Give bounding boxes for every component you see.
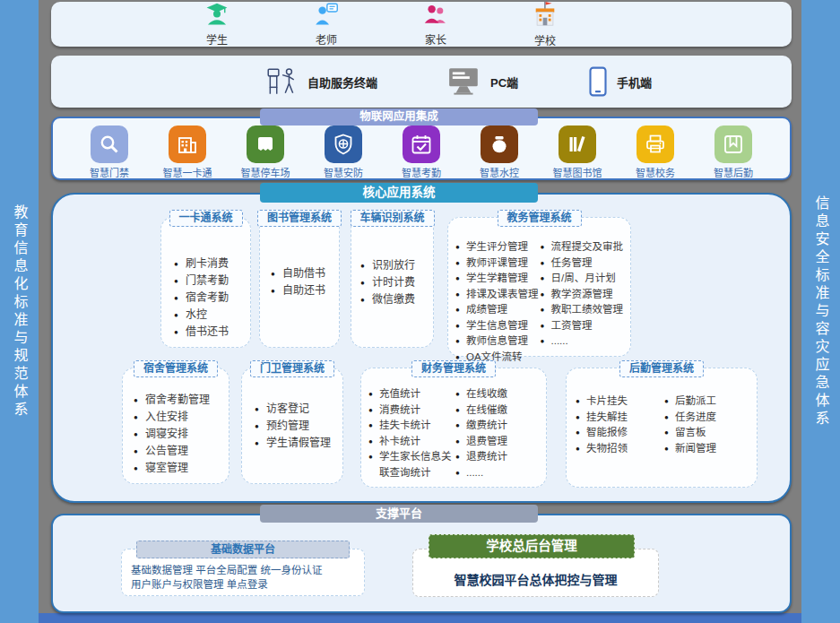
list-item: 缴费统计 bbox=[455, 418, 542, 434]
logistics-banner-icon bbox=[714, 125, 752, 163]
user-item-student: 学生 bbox=[187, 2, 247, 47]
list-item: 识别放行 bbox=[360, 257, 433, 274]
base-data-platform-title: 基础数据平台 bbox=[136, 541, 350, 558]
list-item: 工资管理 bbox=[541, 318, 626, 334]
student-icon bbox=[204, 2, 229, 27]
list-item: 退费统计 bbox=[455, 449, 542, 465]
teacher-icon bbox=[313, 2, 340, 27]
pc-icon bbox=[447, 67, 481, 96]
iot-item-label: 智慧水控 bbox=[464, 165, 534, 179]
iot-item-school-affairs: 智慧校务 bbox=[620, 125, 690, 178]
right-standard-strip: 信息安全标准与容灾应急体系 bbox=[801, 0, 840, 623]
list-item: 调寝安排 bbox=[134, 426, 229, 443]
iot-item-attendance: 智慧考勤 bbox=[386, 125, 456, 178]
iot-item-label: 智慧安防 bbox=[308, 165, 378, 179]
iot-header-bar: 物联网应用集成 bbox=[260, 108, 538, 125]
system-box-dormitory: 宿舍管理系统 宿舍考勤管理入住安排调寝安排公告管理寝室管理 bbox=[122, 368, 229, 484]
list-item: 退费管理 bbox=[455, 434, 542, 450]
system-box-educational-affairs: 教务管理系统 学生评分管理教师评课管理学生学籍管理排课及课表管理成绩管理学生信息… bbox=[447, 217, 631, 357]
phone-icon bbox=[588, 66, 608, 97]
system-box-title: 车辆识别系统 bbox=[350, 210, 434, 227]
list-item: 自助还书 bbox=[271, 282, 339, 299]
list-item: 新闻管理 bbox=[664, 441, 753, 457]
base-platform-line: 用户账户与权限管理 单点登录 bbox=[131, 577, 357, 592]
iot-panel: 智慧门禁 智慧一卡通 智慧停车场 bbox=[51, 117, 792, 180]
list-item: 智能报修 bbox=[576, 425, 664, 441]
attendance-calendar-icon bbox=[403, 125, 440, 163]
list-item: 挂失解挂 bbox=[576, 410, 664, 426]
parking-icon bbox=[247, 125, 284, 163]
left-standard-strip: 教育信息化标准与规范体系 bbox=[0, 0, 39, 623]
system-box-vehicle: 车辆识别系统 识别放行计时计费微信缴费 bbox=[351, 217, 434, 348]
list-item: 微信缴费 bbox=[360, 291, 433, 308]
list-item: 教师评课管理 bbox=[455, 255, 541, 272]
iot-item-label: 智慧停车场 bbox=[230, 165, 300, 179]
system-box-title: 教务管理系统 bbox=[497, 210, 581, 227]
iot-item-label: 智慧一卡通 bbox=[152, 165, 222, 179]
user-label: 老师 bbox=[297, 31, 356, 47]
list-item: 借书还书 bbox=[174, 324, 250, 341]
list-item: 教职工绩效管理 bbox=[541, 302, 626, 318]
school-backend-admin-title: 学校总后台管理 bbox=[429, 534, 635, 558]
right-strip-label: 信息安全标准与容灾应急体系 bbox=[810, 195, 832, 428]
system-box-logistics: 后勤管理系统 卡片挂失挂失解挂智能报修失物招领 后勤派工任务进度留言板新闻管理 bbox=[566, 368, 758, 488]
user-item-school: 学校 bbox=[515, 1, 575, 48]
door-access-icon bbox=[91, 125, 128, 163]
parents-icon bbox=[422, 2, 449, 27]
system-box-finance: 财务管理系统 充值统计消费统计挂失卡统计补卡统计学生家长信息关联查询统计 在线收… bbox=[360, 368, 547, 488]
system-box-library: 图书管理系统 自助借书自助还书 bbox=[259, 217, 340, 348]
admin-box-text: 智慧校园平台总体把控与管理 bbox=[455, 570, 618, 588]
system-box-onecard: 一卡通系统 刷卡消费门禁考勤宿舍考勤水控借书还书 bbox=[160, 217, 251, 348]
terminal-item-pc: PC端 bbox=[447, 67, 518, 96]
kiosk-icon bbox=[264, 66, 299, 97]
list-item: 后勤派工 bbox=[664, 394, 753, 410]
list-item: 排课及课表管理 bbox=[455, 287, 541, 303]
library-books-icon bbox=[559, 125, 596, 163]
iot-item-label: 智慧校务 bbox=[620, 165, 690, 179]
iot-item-water-control: 智慧水控 bbox=[464, 125, 534, 178]
list-item: 卡片挂失 bbox=[576, 394, 664, 410]
list-item: 挂失卡统计 bbox=[368, 418, 455, 434]
terminals-panel: 自助服务终端 PC端 手机端 bbox=[51, 56, 792, 108]
list-item: 刷卡消费 bbox=[174, 255, 250, 273]
base-platform-line: 基础数据管理 平台全局配置 统一身份认证 bbox=[131, 563, 357, 577]
terminal-label: 自助服务终端 bbox=[307, 74, 377, 91]
list-item: 流程提交及审批 bbox=[541, 239, 626, 255]
list-item: 门禁考勤 bbox=[174, 273, 250, 290]
system-box-gate-guard: 门卫管理系统 访客登记预约管理学生请假管理 bbox=[241, 368, 343, 484]
list-item: 学生学籍管理 bbox=[455, 271, 541, 287]
user-label: 学校 bbox=[515, 32, 575, 48]
user-label: 家长 bbox=[406, 31, 465, 47]
list-item: 学生信息管理 bbox=[455, 318, 541, 334]
list-item: 公告管理 bbox=[134, 443, 229, 460]
system-box-title: 图书管理系统 bbox=[257, 210, 342, 227]
list-item: 学生家长信息关联查询统计 bbox=[368, 449, 455, 480]
school-icon bbox=[532, 1, 559, 28]
system-box-title: 后勤管理系统 bbox=[619, 360, 704, 377]
iot-item-label: 智慧考勤 bbox=[386, 165, 456, 179]
iot-item-label: 智慧图书馆 bbox=[542, 165, 612, 179]
list-item: 入住安排 bbox=[134, 409, 229, 426]
list-item: 补卡统计 bbox=[368, 434, 455, 450]
list-item: 成绩管理 bbox=[455, 302, 541, 318]
user-label: 学生 bbox=[187, 31, 247, 47]
onecard-icon bbox=[169, 125, 206, 163]
iot-item-logistics: 智慧后勤 bbox=[698, 125, 768, 178]
terminal-label: 手机端 bbox=[617, 74, 652, 91]
users-panel: 学生 老师 家长 bbox=[51, 2, 792, 47]
iot-item-security: 智慧安防 bbox=[308, 125, 378, 178]
list-item: ...... bbox=[541, 333, 626, 350]
list-item: 充值统计 bbox=[368, 386, 455, 402]
left-strip-label: 教育信息化标准与规范体系 bbox=[9, 204, 30, 420]
list-item: 任务管理 bbox=[541, 255, 626, 272]
list-item: 水控 bbox=[174, 307, 250, 324]
list-item: 教学资源管理 bbox=[541, 287, 626, 303]
user-item-parents: 家长 bbox=[406, 2, 465, 47]
iot-item-parking: 智慧停车场 bbox=[230, 125, 300, 178]
user-item-teacher: 老师 bbox=[297, 2, 356, 47]
list-item: 失物招领 bbox=[576, 441, 664, 457]
list-item: 教师信息管理 bbox=[455, 333, 541, 350]
list-item: 自助借书 bbox=[271, 265, 339, 282]
bottom-accent-bar bbox=[39, 613, 801, 623]
iot-item-door-access: 智慧门禁 bbox=[74, 125, 144, 178]
